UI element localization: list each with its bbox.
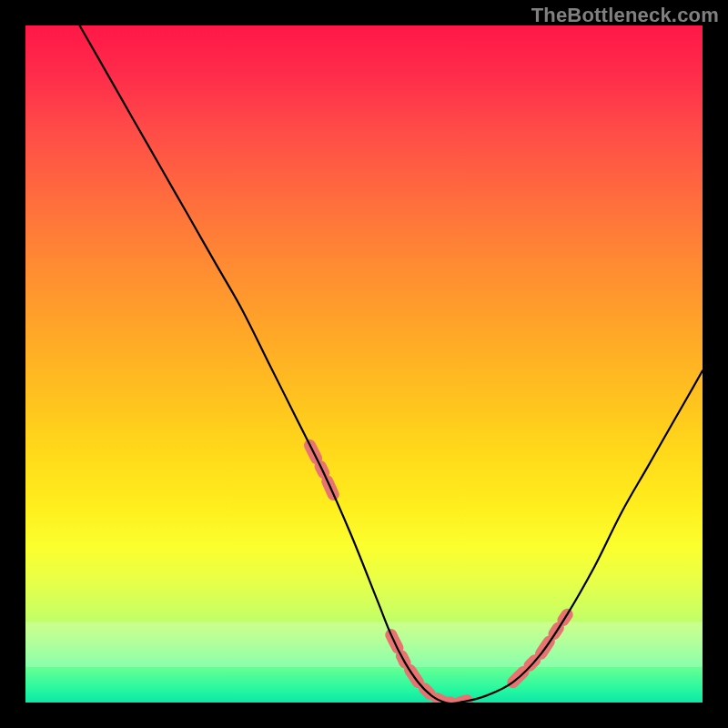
highlight-segment-2 [513, 614, 568, 682]
bottleneck-curve [80, 25, 703, 703]
chart-stage: TheBottleneck.com [0, 0, 728, 728]
highlight-segments [310, 445, 568, 703]
highlight-segment-1 [391, 635, 472, 703]
curve-layer [25, 25, 703, 703]
watermark-text: TheBottleneck.com [531, 4, 719, 27]
plot-area [25, 25, 703, 703]
